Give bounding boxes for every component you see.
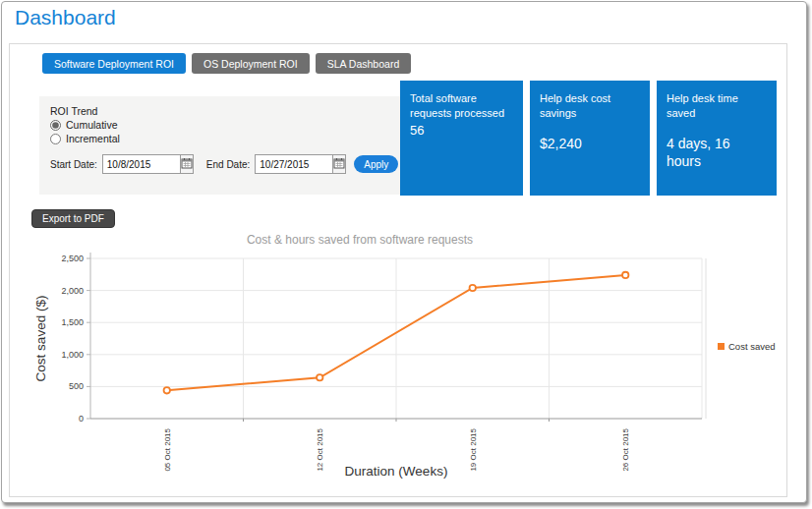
incremental-radio[interactable] [50, 134, 61, 144]
start-date-calendar-button[interactable] [181, 154, 194, 174]
card-label: Help desk time saved [667, 91, 767, 121]
card-value: 56 [410, 123, 513, 140]
window-frame: Dashboard Software Deployment ROI OS Dep… [1, 1, 807, 503]
card-help-desk-time-saved: Help desk time saved 4 days, 16 hours [657, 81, 777, 196]
card-value: 4 days, 16 hours [667, 135, 767, 170]
incremental-radio-label: Incremental [66, 133, 120, 144]
card-help-desk-cost-savings: Help desk cost savings $2,240 [530, 81, 650, 196]
roi-chart: 05001,0001,5002,0002,50005 Oct 201512 Oc… [12, 245, 786, 492]
end-date-input[interactable] [255, 154, 333, 174]
dashboard-window: Dashboard Software Deployment ROI OS Dep… [0, 0, 812, 509]
svg-text:2,000: 2,000 [61, 286, 84, 296]
cumulative-radio[interactable] [50, 120, 61, 131]
card-label: Total software requests processed [410, 91, 513, 121]
calendar-icon [181, 157, 193, 172]
end-date-calendar-button[interactable] [333, 154, 346, 174]
card-total-software-requests: Total software requests processed 56 [400, 81, 523, 196]
svg-text:Cost saved ($): Cost saved ($) [33, 296, 48, 382]
export-to-pdf-button[interactable]: Export to PDF [31, 209, 115, 228]
dashboard-panel: Software Deployment ROI OS Deployment RO… [9, 43, 787, 497]
tab-sla-dashboard[interactable]: SLA Dashboard [316, 53, 412, 74]
calendar-icon [333, 157, 345, 172]
svg-text:12 Oct 2015: 12 Oct 2015 [316, 427, 324, 471]
svg-text:Duration (Weeks): Duration (Weeks) [345, 464, 448, 479]
svg-text:19 Oct 2015: 19 Oct 2015 [469, 427, 478, 471]
start-date-label: Start Date: [50, 159, 97, 170]
svg-text:2,500: 2,500 [61, 254, 84, 263]
cumulative-radio-label: Cumulative [66, 119, 118, 131]
apply-button[interactable]: Apply [354, 155, 398, 173]
end-date-label: End Date: [206, 159, 250, 170]
svg-text:05 Oct 2015: 05 Oct 2015 [163, 427, 172, 471]
svg-text:26 Oct 2015: 26 Oct 2015 [621, 427, 630, 471]
roi-trend-filter-panel: ROI Trend Cumulative Incremental Start D… [39, 96, 403, 195]
svg-text:0: 0 [79, 414, 84, 424]
card-value: $2,240 [540, 135, 640, 152]
svg-text:Cost saved: Cost saved [728, 341, 776, 352]
svg-text:1,500: 1,500 [61, 317, 84, 327]
page-title: Dashboard [15, 6, 116, 29]
card-label: Help desk cost savings [540, 91, 640, 121]
kpi-cards: Total software requests processed 56 Hel… [400, 81, 777, 196]
svg-text:500: 500 [69, 381, 84, 391]
svg-text:1,000: 1,000 [61, 350, 84, 360]
tab-software-deployment-roi[interactable]: Software Deployment ROI [42, 53, 186, 74]
roi-trend-label: ROI Trend [50, 105, 392, 117]
start-date-input[interactable] [102, 154, 181, 174]
tab-bar: Software Deployment ROI OS Deployment RO… [42, 53, 411, 74]
tab-os-deployment-roi[interactable]: OS Deployment ROI [192, 53, 310, 74]
